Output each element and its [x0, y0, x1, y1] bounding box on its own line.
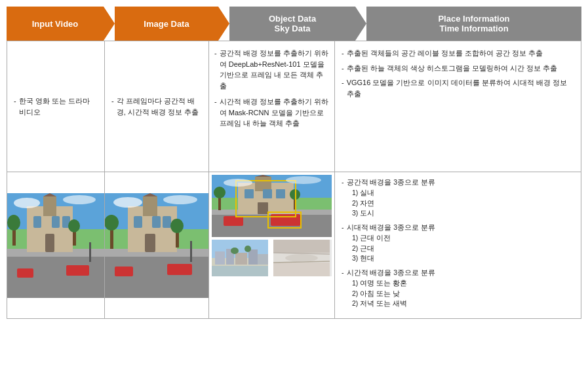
- svg-point-34: [170, 219, 184, 233]
- svg-rect-50: [258, 202, 268, 214]
- section1-item-0: 1) 실내: [352, 188, 574, 198]
- col4-text-1: 추출된 객체들의 공간 레이블 정보를 조합하여 공간 정보 추출: [347, 48, 543, 59]
- svg-rect-5: [43, 196, 56, 216]
- svg-rect-47: [245, 189, 254, 198]
- svg-rect-7: [33, 216, 41, 228]
- svg-point-19: [63, 195, 96, 204]
- text-row: - 한국 영화 또는 드라마 비디오 - 각 프레임마다 공간적 배경, 시간적…: [7, 41, 581, 172]
- svg-rect-65: [235, 253, 247, 265]
- image-cell-1: [7, 172, 105, 319]
- svg-point-59: [224, 179, 252, 187]
- section-3: - 시간적 배경을 3종으로 분류 1) 여명 또는 황혼 2) 아침 또는 낮…: [342, 268, 574, 309]
- svg-rect-72: [273, 240, 330, 253]
- header-col4: Place Information Time Information: [366, 7, 581, 41]
- section2-heading: 시대적 배경을 3종으로 분류: [347, 223, 436, 233]
- svg-rect-16: [66, 265, 89, 276]
- svg-rect-35: [115, 267, 133, 276]
- section3-item-1: 2) 아침 또는 낮: [352, 289, 574, 299]
- header-col4-line2: Time Information: [438, 24, 509, 33]
- header-col1: Input Video: [7, 7, 104, 41]
- header-col3: Object Data Sky Data: [229, 7, 355, 41]
- svg-rect-28: [152, 216, 161, 228]
- church-image-1: [7, 193, 104, 298]
- svg-rect-48: [263, 189, 272, 198]
- col3-text-2: 시간적 배경 정보를 추출하기 위하여 Mask-RCNN 모델을 기반으로 프…: [220, 96, 329, 129]
- svg-rect-27: [134, 216, 142, 228]
- svg-rect-17: [89, 242, 91, 262]
- col2-bullet: - 각 프레임마다 공간적 배경, 시간적 배경 정보 추출: [111, 96, 202, 117]
- svg-rect-30: [145, 234, 155, 252]
- header-col4-line1: Place Information: [438, 14, 509, 24]
- svg-point-69: [245, 246, 251, 252]
- section-1: - 공간적 배경을 3종으로 분류 1) 실내 2) 자연 3) 도시: [342, 177, 574, 219]
- col3-bullet-1: - 공간적 배경 정보를 추출하기 위하여 DeepLab+ResNet-101…: [214, 48, 329, 91]
- church-svg-1: [7, 193, 104, 298]
- col3-bullet-2: - 시간적 배경 정보를 추출하기 위하여 Mask-RCNN 모델을 기반으로…: [214, 96, 329, 129]
- image-cell-3: [209, 172, 335, 319]
- church-image-3: [212, 175, 332, 237]
- image-cell-2: [105, 172, 209, 319]
- col2-text: 각 프레임마다 공간적 배경, 시간적 배경 정보 추출: [117, 96, 202, 117]
- svg-point-18: [14, 198, 40, 208]
- col4-text-3: VGG16 모델을 기반으로 이미지 데이터를 분류하여 시대적 배경 정보 추…: [347, 77, 574, 99]
- svg-rect-10: [45, 234, 54, 252]
- svg-point-38: [113, 197, 142, 208]
- section2-items: 1) 근대 이전 2) 근대 3) 현대: [342, 233, 574, 264]
- svg-point-39: [163, 195, 197, 204]
- svg-rect-56: [224, 216, 243, 226]
- small-img-1: [212, 240, 271, 276]
- svg-point-76: [285, 254, 318, 262]
- header-col2: Image Data: [115, 7, 218, 41]
- small-img-2: [273, 240, 332, 276]
- svg-point-12: [7, 215, 20, 230]
- header-col3-line2: Sky Data: [269, 24, 316, 33]
- church-svg-2: [105, 193, 208, 298]
- section2-item-0: 1) 근대 이전: [352, 233, 574, 244]
- bottom-row: - 공간적 배경을 3종으로 분류 1) 실내 2) 자연 3) 도시 - 시대…: [7, 172, 581, 319]
- section3-items: 1) 여명 또는 황혼 2) 아침 또는 낮 2) 저녁 또는 새벽: [342, 278, 574, 309]
- header-col3-line1: Object Data: [269, 14, 316, 24]
- small-images-row: [212, 240, 332, 276]
- svg-rect-66: [248, 249, 258, 265]
- text-bottom-cell-4: - 공간적 배경을 3종으로 분류 1) 실내 2) 자연 3) 도시 - 시대…: [335, 172, 581, 319]
- col4-bullet-1: - 추출된 객체들의 공간 레이블 정보를 조합하여 공간 정보 추출: [342, 48, 574, 59]
- col3-text-1: 공간적 배경 정보를 추출하기 위하여 DeepLab+ResNet-101 모…: [220, 48, 329, 91]
- svg-rect-49: [276, 189, 285, 198]
- section2-item-1: 2) 근대: [352, 244, 574, 254]
- header-row: Input Video Image Data Object Data Sky D…: [7, 7, 581, 41]
- text-cell-3: - 공간적 배경 정보를 추출하기 위하여 DeepLab+ResNet-101…: [209, 41, 335, 172]
- col1-bullet: - 한국 영화 또는 드라마 비디오: [14, 96, 98, 117]
- col4-bullet-3: - VGG16 모델을 기반으로 이미지 데이터를 분류하여 시대적 배경 정보…: [342, 77, 574, 99]
- svg-point-52: [214, 187, 225, 198]
- svg-rect-45: [255, 177, 271, 191]
- section3-item-0: 1) 여명 또는 황혼: [352, 278, 574, 289]
- header-col1-label: Input Video: [32, 19, 79, 29]
- svg-rect-73: [273, 263, 330, 276]
- svg-rect-36: [167, 264, 192, 275]
- svg-point-32: [105, 215, 119, 230]
- svg-rect-70: [212, 266, 268, 276]
- col4-bullet-2: - 추출된 하늘 객체의 색상 히스토그램을 모델링하여 시간 정보 추출: [342, 63, 574, 74]
- section2-item-2: 3) 현대: [352, 253, 574, 264]
- col1-text: 한국 영화 또는 드라마 비디오: [19, 96, 98, 117]
- text-cell-4: - 추출된 객체들의 공간 레이블 정보를 조합하여 공간 정보 추출 - 추출…: [335, 41, 581, 172]
- section3-item-2: 2) 저녁 또는 새벽: [352, 299, 574, 309]
- section1-items: 1) 실내 2) 자연 3) 도시: [342, 188, 574, 219]
- section1-item-1: 2) 자연: [352, 198, 574, 209]
- svg-rect-25: [143, 196, 157, 216]
- content-table: - 한국 영화 또는 드라마 비디오 - 각 프레임마다 공간적 배경, 시간적…: [7, 41, 581, 319]
- svg-rect-63: [215, 251, 225, 265]
- section1-heading: 공간적 배경을 3종으로 분류: [347, 177, 436, 188]
- text-cell-2: - 각 프레임마다 공간적 배경, 시간적 배경 정보 추출: [105, 41, 209, 172]
- svg-point-14: [68, 219, 80, 232]
- svg-rect-67: [258, 254, 268, 265]
- header-col2-label: Image Data: [144, 19, 189, 29]
- svg-point-68: [231, 248, 239, 254]
- section1-item-2: 3) 도시: [352, 208, 574, 219]
- church-svg-3: [212, 175, 332, 237]
- svg-rect-15: [17, 268, 33, 278]
- svg-rect-29: [163, 216, 171, 228]
- section-2: - 시대적 배경을 3종으로 분류 1) 근대 이전 2) 근대 3) 현대: [342, 223, 574, 264]
- text-cell-1: - 한국 영화 또는 드라마 비디오: [7, 41, 105, 172]
- svg-rect-37: [190, 241, 192, 262]
